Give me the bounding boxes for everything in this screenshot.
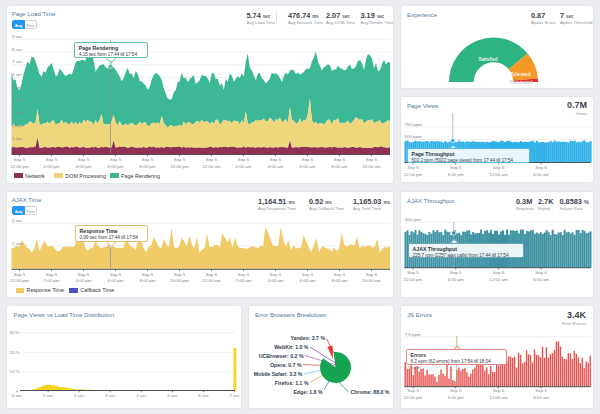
svg-text:6:00 am: 6:00 am bbox=[533, 277, 549, 282]
svg-text:10 %: 10 % bbox=[10, 369, 20, 374]
svg-text:Sep 5: Sep 5 bbox=[110, 157, 122, 162]
svg-text:Sep 5: Sep 5 bbox=[142, 272, 154, 277]
svg-text:8:00 am: 8:00 am bbox=[332, 164, 348, 169]
svg-text:Sep 5: Sep 5 bbox=[78, 272, 90, 277]
svg-text:Sep 6: Sep 6 bbox=[302, 157, 314, 162]
svg-text:Sep 5: Sep 5 bbox=[407, 270, 419, 275]
svg-text:8:00 pm: 8:00 pm bbox=[140, 278, 156, 283]
svg-text:Sep 6: Sep 6 bbox=[238, 157, 250, 162]
svg-text:1 sec: 1 sec bbox=[12, 241, 23, 246]
svg-text:Sep 6: Sep 6 bbox=[535, 388, 547, 393]
svg-text:Sep 5: Sep 5 bbox=[142, 157, 154, 162]
svg-text:Sep 6: Sep 6 bbox=[535, 165, 547, 170]
svg-text:Tolerated: Tolerated bbox=[510, 72, 531, 77]
svg-text:6:00 am: 6:00 am bbox=[533, 172, 549, 177]
svg-text:1 sec: 1 sec bbox=[12, 136, 23, 141]
svg-text:4:00 am: 4:00 am bbox=[268, 164, 284, 169]
svg-text:12:00 pm: 12:00 pm bbox=[404, 277, 423, 282]
svg-text:Sep 6: Sep 6 bbox=[334, 272, 346, 277]
svg-text:Sep 5: Sep 5 bbox=[450, 270, 462, 275]
svg-text:2 sec: 2 sec bbox=[12, 123, 23, 128]
svg-text:5 sec: 5 sec bbox=[12, 85, 23, 90]
svg-text:Sep 6: Sep 6 bbox=[206, 157, 218, 162]
svg-text:10:00 pm: 10:00 pm bbox=[170, 164, 189, 169]
svg-text:0 sec: 0 sec bbox=[12, 393, 23, 398]
svg-text:7 sec: 7 sec bbox=[12, 59, 23, 64]
svg-text:Sep 5: Sep 5 bbox=[110, 272, 122, 277]
svg-text:6:00 pm: 6:00 pm bbox=[108, 164, 124, 169]
svg-text:2:00 pm: 2:00 pm bbox=[44, 164, 60, 169]
svg-text:6 sec: 6 sec bbox=[12, 72, 23, 77]
svg-text:12:00 am: 12:00 am bbox=[202, 164, 221, 169]
svg-text:Sep 5: Sep 5 bbox=[46, 157, 58, 162]
svg-text:Sep 5: Sep 5 bbox=[46, 272, 58, 277]
svg-text:Sep 6: Sep 6 bbox=[535, 270, 547, 275]
svg-text:4:00 am: 4:00 am bbox=[268, 278, 284, 283]
svg-text:8:00 am: 8:00 am bbox=[332, 278, 348, 283]
svg-text:12:00 pm: 12:00 pm bbox=[404, 172, 423, 177]
svg-text:12:00 pm: 12:00 pm bbox=[10, 164, 29, 169]
svg-text:3 sec: 3 sec bbox=[12, 110, 23, 115]
svg-text:5 sec: 5 sec bbox=[167, 393, 178, 398]
svg-text:2:00 pm: 2:00 pm bbox=[44, 278, 60, 283]
svg-text:300 rpm: 300 rpm bbox=[405, 217, 421, 222]
svg-text:12:00 pm: 12:00 pm bbox=[10, 278, 29, 283]
svg-text:Sep 5: Sep 5 bbox=[407, 165, 419, 170]
svg-text:4:00 pm: 4:00 pm bbox=[76, 278, 92, 283]
svg-text:4 sec: 4 sec bbox=[12, 98, 23, 103]
svg-text:Chrome: 88.0 %: Chrome: 88.0 % bbox=[351, 389, 390, 395]
svg-text:2 sec: 2 sec bbox=[12, 218, 23, 223]
svg-text:7 sec: 7 sec bbox=[229, 393, 240, 398]
svg-text:Satisfied: Satisfied bbox=[478, 57, 497, 62]
svg-text:12:00 am: 12:00 am bbox=[202, 278, 221, 283]
svg-text:12:00 am: 12:00 am bbox=[489, 277, 508, 282]
svg-text:2:00 am: 2:00 am bbox=[236, 164, 252, 169]
svg-text:Sep 6: Sep 6 bbox=[493, 388, 505, 393]
svg-text:Sep 5: Sep 5 bbox=[78, 157, 90, 162]
svg-text:6:00 am: 6:00 am bbox=[300, 278, 316, 283]
svg-text:8 sec: 8 sec bbox=[12, 47, 23, 52]
svg-text:6:00 am: 6:00 am bbox=[300, 164, 316, 169]
svg-text:12:00 am: 12:00 am bbox=[489, 395, 508, 400]
svg-text:Sep 6: Sep 6 bbox=[366, 272, 378, 277]
svg-text:Opera: 0.7 %: Opera: 0.7 % bbox=[270, 362, 302, 368]
svg-text:Sep 6: Sep 6 bbox=[238, 272, 250, 277]
svg-text:Sep 6: Sep 6 bbox=[493, 165, 505, 170]
svg-text:4 sec: 4 sec bbox=[136, 393, 147, 398]
svg-text:Sep 6: Sep 6 bbox=[270, 157, 282, 162]
svg-text:30 %: 30 % bbox=[10, 330, 20, 335]
svg-text:Sep 5: Sep 5 bbox=[174, 157, 186, 162]
svg-text:6:00 pm: 6:00 pm bbox=[448, 172, 464, 177]
svg-text:12:00 pm: 12:00 pm bbox=[404, 395, 423, 400]
svg-text:3 sec: 3 sec bbox=[105, 393, 116, 398]
svg-text:Sep 5: Sep 5 bbox=[14, 157, 26, 162]
svg-text:Frustrated: Frustrated bbox=[510, 80, 533, 85]
svg-text:Sep 5: Sep 5 bbox=[174, 272, 186, 277]
svg-text:6:00 pm: 6:00 pm bbox=[108, 278, 124, 283]
svg-text:10:00 am: 10:00 am bbox=[362, 278, 381, 283]
svg-text:Sep 6: Sep 6 bbox=[493, 270, 505, 275]
svg-text:Sep 6: Sep 6 bbox=[366, 157, 378, 162]
svg-text:8:00 pm: 8:00 pm bbox=[140, 164, 156, 169]
svg-text:Firefox: 1.1 %: Firefox: 1.1 % bbox=[275, 380, 309, 386]
svg-text:Edge: 1.8 %: Edge: 1.8 % bbox=[293, 389, 323, 395]
svg-text:10:00 am: 10:00 am bbox=[362, 164, 381, 169]
svg-text:10:00 pm: 10:00 pm bbox=[170, 278, 189, 283]
svg-text:Sep 6: Sep 6 bbox=[302, 272, 314, 277]
svg-text:Sep 6: Sep 6 bbox=[270, 272, 282, 277]
svg-text:6:00 pm: 6:00 pm bbox=[448, 277, 464, 282]
svg-text:Sep 6: Sep 6 bbox=[206, 272, 218, 277]
svg-text:Sep 5: Sep 5 bbox=[407, 388, 419, 393]
svg-text:Sep 5: Sep 5 bbox=[450, 165, 462, 170]
svg-text:UCBrowser: 0.2 %: UCBrowser: 0.2 % bbox=[259, 353, 304, 359]
svg-text:12:00 am: 12:00 am bbox=[489, 172, 508, 177]
svg-text:4:00 pm: 4:00 pm bbox=[76, 164, 92, 169]
svg-text:1 sec: 1 sec bbox=[43, 393, 54, 398]
svg-text:Yandex: 3.7 %: Yandex: 3.7 % bbox=[290, 335, 325, 341]
svg-text:2 sec: 2 sec bbox=[74, 393, 85, 398]
svg-text:WebKit: 1.0 %: WebKit: 1.0 % bbox=[274, 344, 309, 350]
svg-text:6:00 pm: 6:00 pm bbox=[448, 395, 464, 400]
svg-text:Sep 6: Sep 6 bbox=[334, 157, 346, 162]
svg-text:20 %: 20 % bbox=[10, 350, 20, 355]
svg-text:9 sec: 9 sec bbox=[12, 34, 23, 39]
